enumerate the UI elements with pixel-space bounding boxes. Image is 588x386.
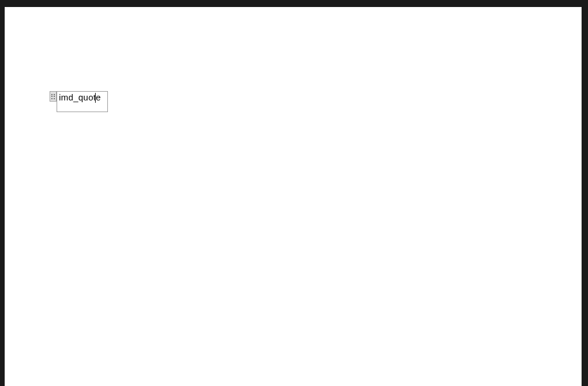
label-input-box[interactable]: imd_quote bbox=[57, 91, 108, 112]
canvas-area[interactable]: imd_quote bbox=[5, 7, 582, 386]
text-cursor bbox=[95, 93, 96, 103]
drag-handle-icon[interactable] bbox=[50, 91, 57, 102]
floating-label-widget[interactable]: imd_quote bbox=[50, 91, 108, 112]
